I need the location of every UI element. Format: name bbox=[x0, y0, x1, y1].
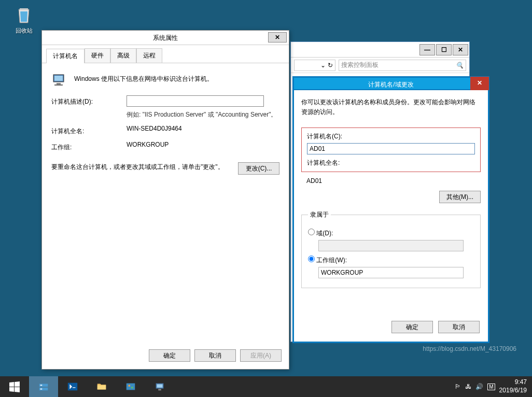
maximize-button[interactable]: ☐ bbox=[436, 44, 452, 55]
folder-icon bbox=[96, 381, 107, 392]
domain-radio[interactable] bbox=[308, 229, 315, 235]
svg-rect-6 bbox=[40, 385, 43, 386]
system-tray[interactable]: 🏳 🖧 🔊 M 9:47 2019/6/19 bbox=[450, 378, 532, 394]
member-of-group: 隶属于 域(D): 工作组(W): bbox=[301, 210, 481, 288]
svg-rect-9 bbox=[127, 384, 135, 390]
rename-hint: 你可以更改该计算机的名称和成员身份。更改可能会影响对网络资源的访问。 bbox=[301, 97, 481, 117]
svg-rect-3 bbox=[54, 84, 63, 86]
cancel-button[interactable]: 取消 bbox=[194, 349, 236, 362]
tray-network-icon[interactable]: 🖧 bbox=[465, 383, 471, 390]
intro-text: Windows 使用以下信息在网络中标识这台计算机。 bbox=[74, 72, 213, 83]
ok-button[interactable]: 确定 bbox=[149, 349, 190, 362]
svg-rect-1 bbox=[54, 76, 63, 81]
system-properties-dialog: 系统属性 ✕ 计算机名 硬件 高级 远程 Windows 使用以下信息在网络中标… bbox=[41, 30, 289, 370]
windows-icon bbox=[8, 380, 21, 393]
search-icon: 🔍 bbox=[456, 62, 464, 69]
server-manager-icon bbox=[38, 381, 49, 392]
domain-radio-label[interactable]: 域(D): bbox=[308, 230, 333, 237]
fullname-label: 计算机全名: bbox=[51, 125, 127, 136]
description-input[interactable] bbox=[127, 95, 264, 107]
time: 9:47 bbox=[499, 378, 527, 387]
close-button[interactable]: ✕ bbox=[453, 44, 468, 55]
recycle-bin-icon bbox=[13, 4, 34, 25]
clock[interactable]: 9:47 2019/6/19 bbox=[499, 378, 527, 394]
powershell-icon bbox=[67, 381, 78, 392]
tray-volume-icon[interactable]: 🔊 bbox=[475, 383, 483, 390]
workgroup-radio[interactable] bbox=[308, 256, 315, 262]
fullname-label: 计算机全名: bbox=[307, 159, 475, 167]
search-placeholder: 搜索控制面板 bbox=[341, 61, 379, 69]
tray-flag-icon[interactable]: 🏳 bbox=[455, 383, 461, 390]
apply-button[interactable]: 应用(A) bbox=[240, 349, 282, 362]
taskbar: 🏳 🖧 🔊 M 9:47 2019/6/19 bbox=[0, 376, 532, 397]
member-of-legend: 隶属于 bbox=[308, 210, 331, 219]
cancel-button[interactable]: 取消 bbox=[438, 321, 480, 333]
close-button[interactable]: ✕ bbox=[470, 77, 489, 90]
dropdown-icon: ⌄ bbox=[320, 62, 326, 69]
date: 2019/6/19 bbox=[499, 387, 527, 395]
svg-point-11 bbox=[131, 387, 133, 389]
other-button[interactable]: 其他(M)... bbox=[439, 191, 481, 203]
address-bar[interactable]: ⌄ ↻ bbox=[294, 60, 335, 71]
task-explorer[interactable] bbox=[87, 376, 116, 397]
workgroup-label: 工作组: bbox=[51, 141, 127, 152]
computer-name-section: 计算机名(C): 计算机全名: bbox=[301, 127, 481, 172]
tab-remote[interactable]: 远程 bbox=[136, 48, 162, 63]
watermark: https://blog.csdn.net/M_43170906 bbox=[423, 345, 516, 352]
task-control-panel[interactable] bbox=[116, 376, 145, 397]
task-powershell[interactable] bbox=[58, 376, 87, 397]
change-hint: 要重命名这台计算机，或者更改其域或工作组，请单击"更改"。 bbox=[51, 162, 238, 172]
dialog-title: 计算机名/域更改 bbox=[368, 81, 413, 88]
svg-point-10 bbox=[128, 385, 130, 387]
start-button[interactable] bbox=[0, 376, 29, 397]
workgroup-input[interactable] bbox=[318, 267, 464, 278]
computer-name-label: 计算机名(C): bbox=[307, 132, 475, 141]
ok-button[interactable]: 确定 bbox=[391, 321, 433, 333]
tab-bar: 计算机名 硬件 高级 远程 bbox=[42, 45, 289, 63]
tab-computer-name[interactable]: 计算机名 bbox=[46, 49, 85, 63]
svg-rect-7 bbox=[40, 389, 43, 390]
workgroup-radio-label[interactable]: 工作组(W): bbox=[308, 257, 347, 264]
svg-rect-13 bbox=[157, 384, 163, 387]
computer-icon bbox=[51, 72, 68, 88]
tab-advanced[interactable]: 高级 bbox=[110, 48, 136, 63]
computer-name-input[interactable] bbox=[307, 143, 475, 154]
task-system[interactable] bbox=[145, 376, 174, 397]
fullname-value: AD01 bbox=[301, 176, 481, 189]
fullname-value: WIN-SED4D0J9464 bbox=[127, 125, 279, 132]
workgroup-value: WORKGROUP bbox=[127, 141, 279, 148]
description-hint: 例如: "IIS Production Server" 或 "Accountin… bbox=[127, 110, 279, 120]
svg-rect-14 bbox=[158, 389, 161, 391]
description-label: 计算机描述(D): bbox=[51, 95, 127, 106]
refresh-icon[interactable]: ↻ bbox=[328, 62, 333, 69]
control-panel-icon bbox=[125, 381, 136, 392]
minimize-button[interactable]: — bbox=[419, 44, 435, 55]
change-button[interactable]: 更改(C)... bbox=[238, 162, 279, 175]
domain-input bbox=[318, 240, 464, 251]
svg-rect-8 bbox=[68, 383, 77, 391]
system-icon bbox=[154, 381, 165, 392]
svg-rect-2 bbox=[57, 83, 61, 84]
computer-name-change-dialog: 计算机名/域更改 ✕ 你可以更改该计算机的名称和成员身份。更改可能会影响对网络资… bbox=[292, 76, 489, 343]
close-button[interactable]: ✕ bbox=[268, 32, 287, 42]
task-server-manager[interactable] bbox=[29, 376, 58, 397]
dialog-title: 系统属性 bbox=[153, 34, 178, 41]
tab-hardware[interactable]: 硬件 bbox=[85, 48, 110, 63]
recycle-bin[interactable]: 回收站 bbox=[8, 4, 39, 35]
recycle-bin-label: 回收站 bbox=[16, 27, 33, 34]
tray-ime-icon[interactable]: M bbox=[487, 384, 495, 390]
search-input[interactable]: 搜索控制面板 🔍 bbox=[339, 60, 466, 71]
